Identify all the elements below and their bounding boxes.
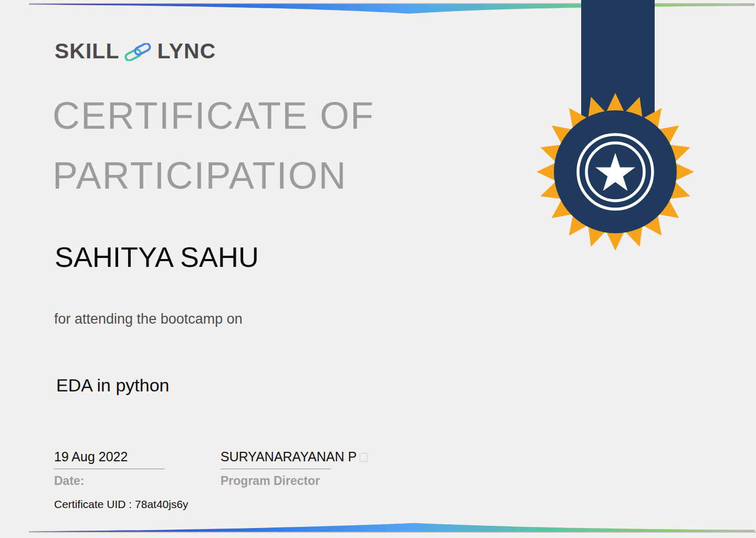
certificate-page: SKILL LYNC CERTIFICATE OF PARTICIPATION … <box>0 0 756 538</box>
director-label: Program Director <box>220 474 388 488</box>
medal-badge-icon <box>531 88 699 256</box>
director-signature-line <box>220 469 331 469</box>
director-name: SURYANARAYANAN P <box>220 449 388 464</box>
bottom-border-swoosh <box>0 516 756 538</box>
certificate-title: CERTIFICATE OF PARTICIPATION <box>52 86 374 205</box>
date-signature-line <box>54 469 164 469</box>
logo-word-right: LYNC <box>157 39 216 64</box>
certificate-title-line1: CERTIFICATE OF <box>52 86 374 146</box>
recipient-name: SAHITYA SAHU <box>55 241 259 273</box>
date-signature-block: 19 Aug 2022 Date: <box>54 449 175 488</box>
director-signature-block: SURYANARAYANAN P Program Director <box>220 449 388 488</box>
date-label: Date: <box>54 474 175 488</box>
skill-lync-logo: SKILL LYNC <box>55 39 216 63</box>
subtitle-text: for attending the bootcamp on <box>54 311 243 327</box>
chain-link-icon <box>123 43 153 61</box>
logo-word-left: SKILL <box>55 39 119 64</box>
certificate-title-line2: PARTICIPATION <box>52 146 374 205</box>
course-name: EDA in python <box>56 375 169 396</box>
certificate-uid: Certificate UID : 78at40js6y <box>54 498 188 511</box>
date-value: 19 Aug 2022 <box>54 449 175 464</box>
director-name-text: SURYANARAYANAN P <box>220 449 356 464</box>
missing-glyph-box <box>360 453 368 462</box>
